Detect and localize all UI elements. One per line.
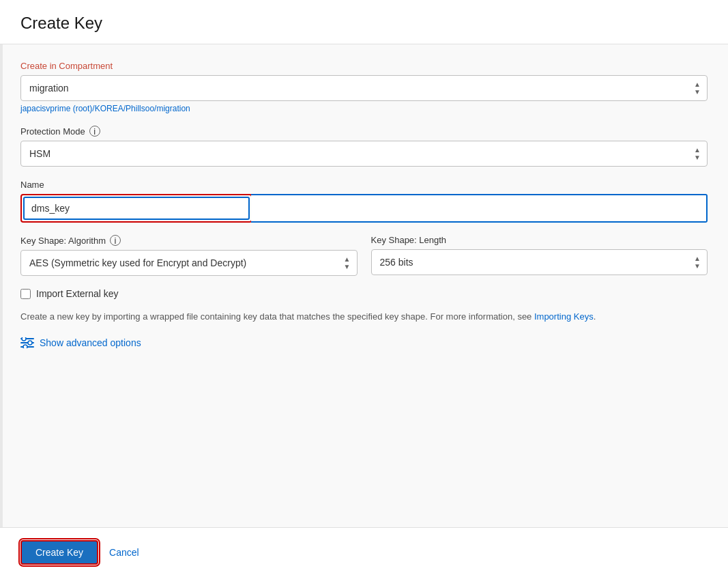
page-footer: Create Key Cancel: [0, 527, 728, 577]
algorithm-label: Key Shape: Algorithm: [20, 236, 106, 246]
page-title: Create Key: [20, 14, 708, 33]
form-section: Create in Compartment migration ▲ ▼ japa…: [20, 61, 708, 348]
svg-point-3: [22, 337, 26, 341]
algorithm-info-icon[interactable]: i: [110, 235, 121, 246]
compartment-field-group: Create in Compartment migration ▲ ▼ japa…: [20, 61, 708, 113]
page-wrapper: Create Key Create in Compartment migrati…: [0, 0, 728, 577]
compartment-select-wrapper: migration ▲ ▼: [20, 75, 708, 101]
length-select[interactable]: 128 bits 192 bits 256 bits: [371, 249, 708, 275]
page-header: Create Key: [0, 0, 728, 44]
name-input-row-container: [20, 194, 708, 223]
protection-mode-field-group: Protection Mode i HSM Software ▲ ▼: [20, 126, 708, 167]
name-label-row: Name: [20, 179, 708, 190]
name-label: Name: [20, 180, 44, 190]
algorithm-field-group: Key Shape: Algorithm i AES (Symmetric ke…: [20, 235, 358, 276]
svg-point-4: [28, 341, 32, 345]
info-text-prefix: Create a new key by importing a wrapped …: [20, 311, 534, 322]
import-external-key-checkbox[interactable]: [20, 289, 31, 299]
create-key-button[interactable]: Create Key: [20, 540, 98, 565]
name-input[interactable]: [23, 197, 250, 220]
algorithm-select[interactable]: AES (Symmetric key used for Encrypt and …: [20, 250, 358, 276]
svg-point-5: [23, 345, 27, 348]
protection-mode-info-icon[interactable]: i: [89, 126, 100, 137]
importing-keys-link[interactable]: Importing Keys: [534, 311, 594, 322]
algorithm-select-wrapper: AES (Symmetric key used for Encrypt and …: [20, 250, 358, 276]
show-advanced-options-button[interactable]: Show advanced options: [20, 337, 141, 348]
compartment-label: Create in Compartment: [20, 61, 708, 71]
length-select-wrapper: 128 bits 192 bits 256 bits ▲ ▼: [371, 249, 708, 275]
length-field-group: Key Shape: Length 128 bits 192 bits 256 …: [371, 235, 708, 276]
info-text-suffix: .: [594, 311, 596, 322]
filter-icon: [20, 337, 34, 348]
key-shape-row: Key Shape: Algorithm i AES (Symmetric ke…: [20, 235, 708, 276]
name-input-extended[interactable]: [251, 194, 708, 223]
compartment-path: japacisvprime (root)/KOREA/Phillsoo/migr…: [20, 104, 708, 113]
length-label-row: Key Shape: Length: [371, 235, 708, 245]
import-external-key-label[interactable]: Import External key: [36, 288, 119, 299]
algorithm-label-row: Key Shape: Algorithm i: [20, 235, 358, 246]
protection-mode-label: Protection Mode: [20, 126, 85, 137]
info-text: Create a new key by importing a wrapped …: [20, 310, 708, 324]
length-label: Key Shape: Length: [371, 235, 447, 245]
page-content: Create in Compartment migration ▲ ▼ japa…: [0, 44, 728, 527]
left-accent: [0, 44, 3, 527]
cancel-link[interactable]: Cancel: [109, 547, 139, 558]
name-red-border: [20, 194, 252, 223]
protection-mode-label-row: Protection Mode i: [20, 126, 708, 137]
show-advanced-options-label: Show advanced options: [40, 337, 141, 348]
compartment-select[interactable]: migration: [20, 75, 708, 101]
import-external-key-row: Import External key: [20, 288, 708, 299]
protection-mode-select[interactable]: HSM Software: [20, 141, 708, 167]
name-section: Name: [20, 179, 708, 223]
protection-mode-select-wrapper: HSM Software ▲ ▼: [20, 141, 708, 167]
